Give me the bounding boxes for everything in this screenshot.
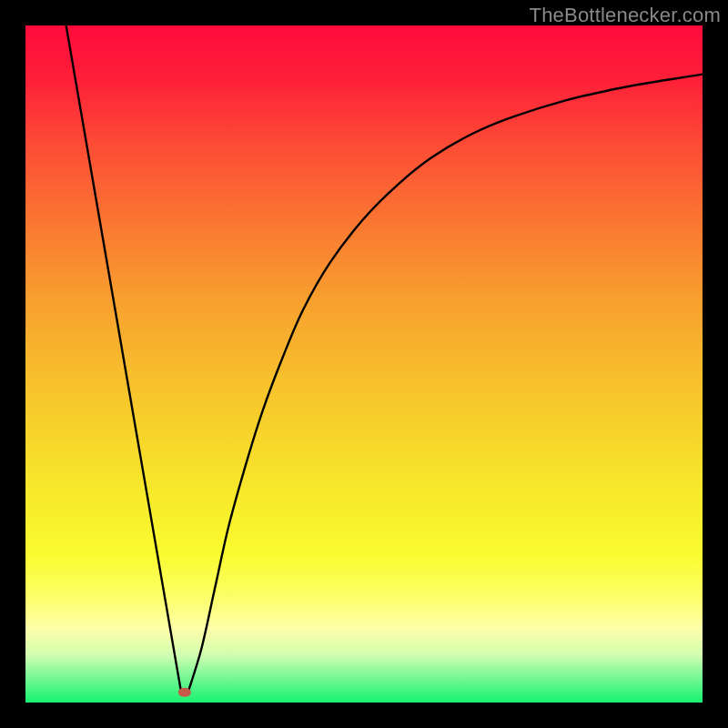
bottleneck-chart [25,25,703,703]
chart-frame [25,25,703,703]
optimum-marker [178,688,191,697]
chart-background [25,25,703,703]
watermark-label: TheBottlenecker.com [530,4,721,27]
